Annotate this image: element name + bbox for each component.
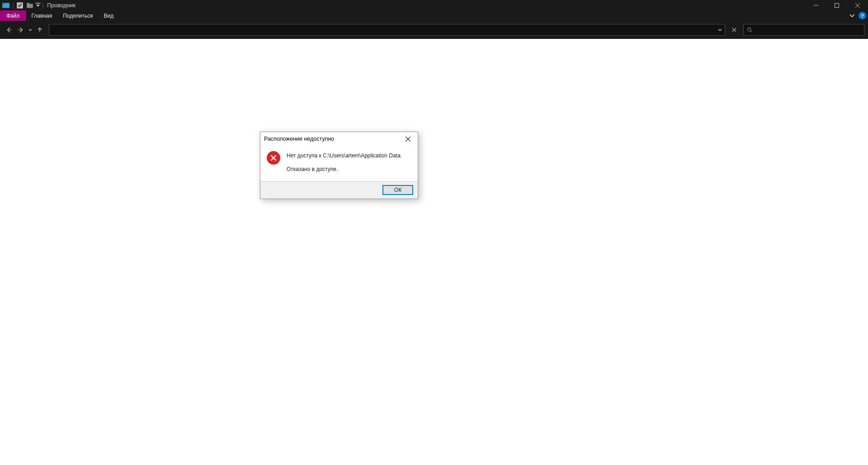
svg-point-8 [747, 28, 750, 31]
app-icon [2, 1, 10, 9]
dialog-titlebar[interactable]: Расположение недоступно [260, 132, 418, 146]
address-dropdown-icon[interactable] [715, 24, 725, 35]
qat-newfolder-icon[interactable] [26, 1, 34, 9]
nav-up-button[interactable] [34, 24, 45, 36]
minimize-button[interactable] [806, 0, 826, 10]
close-button[interactable] [847, 0, 868, 10]
svg-rect-3 [27, 4, 33, 8]
tab-home[interactable]: Главная [26, 10, 58, 21]
dialog-footer: ОК [260, 181, 418, 199]
dialog-text: Нет доступа к C:\Users\artem\Application… [287, 151, 402, 173]
svg-rect-5 [36, 3, 41, 3]
qat-dropdown-icon[interactable] [35, 1, 41, 9]
tab-share[interactable]: Поделиться [57, 10, 98, 21]
search-input[interactable] [755, 27, 864, 33]
tab-file[interactable]: Файл [0, 10, 26, 21]
dialog-message-2: Отказано в доступе. [287, 166, 402, 173]
search-icon [744, 27, 755, 33]
search-box[interactable] [743, 24, 864, 36]
svg-rect-7 [835, 3, 839, 7]
content-area [0, 39, 868, 465]
help-button[interactable]: ? [859, 12, 866, 19]
svg-rect-1 [2, 3, 5, 4]
refresh-button[interactable] [729, 24, 740, 36]
ribbon-tabs: Файл Главная Поделиться Вид ? [0, 10, 868, 21]
dialog-close-button[interactable] [401, 133, 414, 144]
titlebar-separator-2: | [42, 2, 43, 9]
nav-back-button[interactable] [4, 24, 14, 36]
address-bar[interactable] [49, 24, 725, 36]
navigation-bar [0, 21, 868, 39]
ribbon-right: ? [848, 10, 866, 21]
title-bar: | | Проводник [0, 0, 868, 10]
dialog-title: Расположение недоступно [264, 136, 334, 142]
svg-rect-6 [814, 5, 818, 5]
window-controls [806, 0, 868, 10]
maximize-button[interactable] [826, 0, 847, 10]
qat-properties-icon[interactable] [16, 1, 24, 9]
dialog-ok-button[interactable]: ОК [382, 185, 413, 195]
address-input[interactable] [49, 27, 715, 33]
ribbon-collapse-icon[interactable] [848, 11, 857, 20]
nav-forward-button[interactable] [15, 24, 26, 36]
help-icon: ? [861, 13, 864, 19]
svg-rect-4 [27, 3, 29, 4]
title-bar-left: | | Проводник [0, 0, 75, 10]
dialog-message-1: Нет доступа к C:\Users\artem\Application… [287, 152, 402, 159]
error-dialog: Расположение недоступно Нет доступа к C:… [260, 132, 418, 199]
error-icon [267, 151, 280, 165]
window-title: Проводник [47, 2, 75, 9]
tab-view[interactable]: Вид [98, 10, 119, 21]
nav-history-dropdown[interactable] [27, 24, 33, 36]
titlebar-separator: | [13, 2, 14, 9]
dialog-body: Нет доступа к C:\Users\artem\Application… [260, 146, 418, 181]
